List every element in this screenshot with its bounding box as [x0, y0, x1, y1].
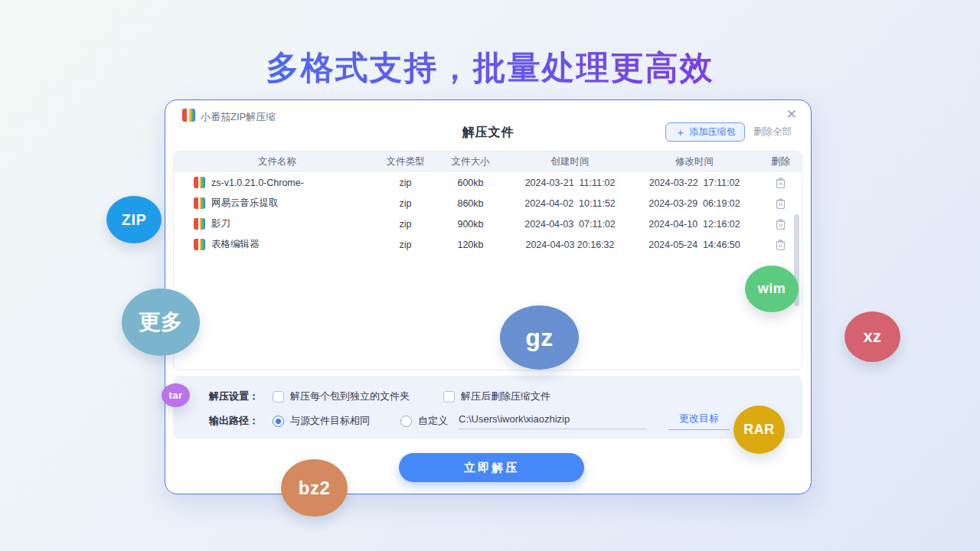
change-target-link[interactable]: 更改目标 [668, 412, 730, 430]
trash-icon[interactable] [775, 197, 786, 210]
file-size: 600kb [430, 178, 511, 188]
table-row[interactable]: zs-v1.0.21.0-Chrome- zip 600kb 2024-03-2… [174, 172, 802, 193]
app-logo-icon [182, 109, 195, 122]
file-type: zip [381, 198, 430, 209]
col-modified: 修改时间 [629, 155, 760, 168]
col-file-type: 文件类型 [381, 155, 430, 168]
format-bubble-wim: wim [745, 266, 799, 312]
format-bubble-more: 更多 [122, 289, 200, 356]
extract-settings-label: 解压设置： [209, 390, 259, 403]
trash-icon[interactable] [775, 239, 786, 251]
trash-icon[interactable] [775, 218, 786, 230]
checkbox-delete-after-label[interactable]: 解压后删除压缩文件 [461, 390, 550, 403]
format-bubble-gz: gz [500, 305, 579, 370]
archive-file-icon [194, 239, 205, 250]
file-size: 120kb [430, 240, 511, 250]
col-file-size: 文件大小 [430, 155, 511, 168]
output-path-row: 输出路径： 与源文件目标相同 自定义 C:\Users\iwork\xiaozh… [209, 411, 802, 431]
output-path-field[interactable]: C:\Users\iwork\xiaozhizip [459, 413, 647, 429]
format-bubble-bz2: bz2 [281, 459, 348, 517]
radio-custom[interactable] [400, 416, 412, 427]
file-type: zip [381, 178, 430, 188]
modified-time: 2024-05-24 14:46:50 [629, 240, 760, 250]
col-file-name: 文件名称 [174, 155, 381, 168]
trash-icon[interactable] [775, 177, 786, 189]
created-time: 2024-04-03 20:16:32 [511, 240, 629, 250]
col-created: 创建时间 [511, 155, 629, 168]
table-row[interactable]: 表格编辑器 zip 120kb 2024-04-03 20:16:32 2024… [174, 234, 802, 255]
plus-icon: ＋ [675, 128, 686, 137]
add-archive-label: 添加压缩包 [690, 126, 736, 139]
output-path-label: 输出路径： [209, 414, 259, 428]
file-name: 网易云音乐提取 [211, 197, 279, 210]
archive-file-icon [194, 218, 205, 230]
close-icon[interactable]: ✕ [786, 107, 797, 122]
checkbox-separate-folder-label[interactable]: 解压每个包到独立的文件夹 [290, 390, 410, 403]
archive-file-icon [194, 197, 205, 209]
delete-all-button[interactable]: 删除全部 [753, 122, 792, 142]
modified-time: 2024-04-10 12:16:02 [629, 219, 760, 230]
app-title: 小番茄ZIP解压缩 [201, 110, 276, 124]
file-type: zip [381, 219, 430, 230]
file-name: 表格编辑器 [211, 238, 260, 251]
settings-panel: 解压设置： 解压每个包到独立的文件夹 解压后删除压缩文件 输出路径： 与源文件目… [173, 376, 802, 439]
radio-same-as-source[interactable] [273, 416, 284, 427]
file-type: zip [381, 240, 430, 250]
modified-time: 2024-03-22 17:11:02 [629, 178, 760, 188]
format-bubble-tar: tar [162, 383, 190, 407]
file-size: 860kb [430, 198, 511, 209]
format-bubble-zip: ZIP [106, 196, 162, 243]
created-time: 2024-04-02 10:11:52 [511, 198, 629, 209]
file-name: 影刀 [211, 217, 230, 230]
created-time: 2024-04-03 07:11:02 [511, 219, 629, 230]
checkbox-separate-folder[interactable] [273, 391, 284, 403]
app-window: 小番茄ZIP解压缩 ✕ 解压文件 ＋ 添加压缩包 删除全部 文件名称 文件类型 … [165, 99, 812, 494]
table-header: 文件名称 文件类型 文件大小 创建时间 修改时间 删除 [174, 152, 802, 172]
archive-file-icon [194, 177, 205, 188]
table-row[interactable]: 影刀 zip 900kb 2024-04-03 07:11:02 2024-04… [174, 214, 802, 234]
add-archive-button[interactable]: ＋ 添加压缩包 [665, 122, 745, 142]
extract-now-button[interactable]: 立即解压 [399, 453, 584, 482]
radio-custom-label[interactable]: 自定义 [418, 414, 448, 428]
col-delete: 删除 [760, 155, 802, 168]
radio-same-as-source-label[interactable]: 与源文件目标相同 [290, 414, 370, 428]
file-list: 文件名称 文件类型 文件大小 创建时间 修改时间 删除 zs-v1.0.21.0… [173, 151, 802, 370]
extract-settings-row: 解压设置： 解压每个包到独立的文件夹 解压后删除压缩文件 [209, 386, 802, 406]
file-size: 900kb [430, 219, 511, 230]
page-title: 多格式支持，批量处理更高效 [0, 46, 980, 90]
modified-time: 2024-03-29 06:19:02 [629, 198, 760, 209]
format-bubble-rar: RAR [733, 406, 785, 454]
checkbox-delete-after[interactable] [443, 391, 455, 403]
page-background: 多格式支持，批量处理更高效 小番茄ZIP解压缩 ✕ 解压文件 ＋ 添加压缩包 删… [0, 0, 980, 551]
created-time: 2024-03-21 11:11:02 [511, 178, 629, 188]
format-bubble-xz: xz [844, 311, 900, 362]
file-name: zs-v1.0.21.0-Chrome- [211, 178, 304, 188]
table-row[interactable]: 网易云音乐提取 zip 860kb 2024-04-02 10:11:52 20… [174, 193, 802, 214]
